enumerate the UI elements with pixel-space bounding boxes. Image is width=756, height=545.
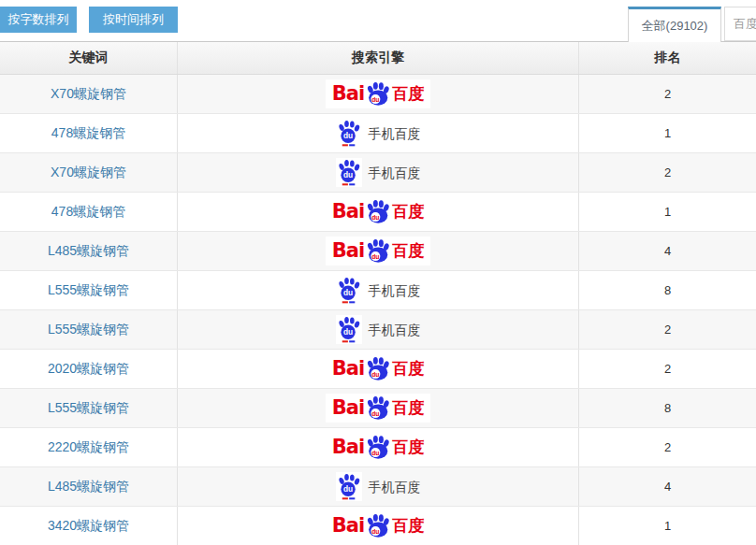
rank-cell: 2 xyxy=(579,428,756,466)
sort-by-words-button[interactable]: 按字数排列 xyxy=(0,7,77,33)
search-engine-cell: du 手机百度 xyxy=(178,153,579,192)
search-engine-cell: du 手机百度 xyxy=(178,271,579,309)
baidu-mobile-logo: du 手机百度 xyxy=(336,315,421,344)
baidu-mobile-label: 手机百度 xyxy=(369,284,421,297)
keyword-link[interactable]: L555螺旋钢管 xyxy=(48,400,129,417)
rank-cell: 8 xyxy=(579,389,756,427)
tab-baidu[interactable]: 百度 xyxy=(724,7,756,41)
search-engine-cell: Bai du 百度 xyxy=(178,193,579,231)
baidu-mobile-icon: du xyxy=(336,472,362,501)
tab-all[interactable]: 全部(29102) xyxy=(628,7,721,42)
keyword-link[interactable]: L485螺旋钢管 xyxy=(48,243,129,260)
rank-value: 2 xyxy=(664,440,671,454)
rank-cell: 2 xyxy=(579,153,756,192)
baidu-mobile-icon: du xyxy=(336,315,362,344)
rank-cell: 8 xyxy=(579,271,756,309)
rank-cell: 2 xyxy=(579,350,756,388)
svg-text:du: du xyxy=(371,410,379,417)
search-engine-cell: Bai du 百度 xyxy=(178,507,579,545)
rank-value: 2 xyxy=(664,87,671,101)
baidu-mobile-logo: du 手机百度 xyxy=(336,472,421,501)
svg-text:du: du xyxy=(342,288,352,297)
rank-value: 1 xyxy=(664,205,671,219)
search-engine-cell: Bai du 百度 xyxy=(178,75,579,113)
baidu-mobile-label: 手机百度 xyxy=(369,127,421,140)
keyword-link[interactable]: X70螺旋钢管 xyxy=(51,86,126,103)
keyword-cell: 2220螺旋钢管 xyxy=(0,428,178,466)
keyword-link[interactable]: 2220螺旋钢管 xyxy=(48,439,129,456)
baidu-paw-icon: du xyxy=(365,395,390,421)
baidu-paw-icon: du xyxy=(365,238,390,264)
keyword-link[interactable]: X70螺旋钢管 xyxy=(51,165,126,181)
svg-text:du: du xyxy=(342,170,352,179)
keyword-cell: L555螺旋钢管 xyxy=(0,271,178,309)
table-row: 3420螺旋钢管 Bai du 百度 1 xyxy=(0,507,756,545)
rank-cell: 2 xyxy=(579,75,756,113)
rank-value: 2 xyxy=(664,362,671,376)
svg-text:du: du xyxy=(342,484,352,494)
svg-text:du: du xyxy=(371,253,379,260)
svg-text:du: du xyxy=(371,528,379,535)
baidu-paw-icon: du xyxy=(365,513,390,538)
table-row: L485螺旋钢管 du 手机百度 xyxy=(0,467,756,507)
table-row: 478螺旋钢管 du 手机百度 xyxy=(0,114,756,153)
baidu-mobile-logo: du 手机百度 xyxy=(336,158,421,187)
baidu-mobile-label: 手机百度 xyxy=(369,480,421,494)
keyword-cell: X70螺旋钢管 xyxy=(0,75,178,113)
keyword-link[interactable]: 478螺旋钢管 xyxy=(51,125,125,142)
keyword-cell: 3420螺旋钢管 xyxy=(0,507,178,545)
keyword-link[interactable]: 3420螺旋钢管 xyxy=(48,518,129,535)
baidu-cn-text: 百度 xyxy=(392,86,424,102)
keyword-cell: X70螺旋钢管 xyxy=(0,153,178,192)
table-row: L485螺旋钢管 Bai du 百度 4 xyxy=(0,232,756,271)
rank-cell: 1 xyxy=(579,507,756,545)
table-row: X70螺旋钢管 Bai du 百度 2 xyxy=(0,75,756,114)
header-search-engine: 搜索引擎 xyxy=(178,42,579,74)
rank-value: 1 xyxy=(664,519,671,533)
baidu-mobile-icon: du xyxy=(336,158,362,187)
table-row: L555螺旋钢管 Bai du 百度 8 xyxy=(0,389,756,428)
table-row: L555螺旋钢管 du 手机百度 xyxy=(0,310,756,350)
rank-cell: 1 xyxy=(579,193,756,231)
baidu-mobile-icon: du xyxy=(336,119,362,148)
baidu-bai-text: Bai xyxy=(332,437,364,457)
baidu-pc-logo: Bai du 百度 xyxy=(326,79,430,108)
keyword-link[interactable]: L485螺旋钢管 xyxy=(48,479,129,495)
rank-value: 2 xyxy=(664,165,671,179)
header-keyword: 关键词 xyxy=(0,42,178,74)
baidu-paw-icon: du xyxy=(365,81,390,107)
rank-value: 2 xyxy=(664,323,671,337)
keyword-rank-table: 关键词 搜索引擎 排名 X70螺旋钢管 Bai du 百度 xyxy=(0,41,756,545)
keyword-link[interactable]: 478螺旋钢管 xyxy=(51,204,125,221)
baidu-mobile-logo: du 手机百度 xyxy=(336,119,421,148)
keyword-link[interactable]: L555螺旋钢管 xyxy=(48,282,129,299)
baidu-cn-text: 百度 xyxy=(392,361,424,377)
baidu-mobile-logo: du 手机百度 xyxy=(336,276,421,305)
keyword-link[interactable]: 2020螺旋钢管 xyxy=(48,361,129,378)
baidu-pc-logo: Bai du 百度 xyxy=(326,197,430,226)
table-row: 2220螺旋钢管 Bai du 百度 2 xyxy=(0,428,756,467)
baidu-cn-text: 百度 xyxy=(392,400,424,416)
baidu-paw-icon: du xyxy=(365,356,390,381)
rank-value: 4 xyxy=(664,244,671,258)
rank-cell: 4 xyxy=(579,232,756,270)
table-row: X70螺旋钢管 du 手机百度 xyxy=(0,153,756,193)
svg-text:du: du xyxy=(342,327,352,337)
keyword-link[interactable]: L555螺旋钢管 xyxy=(48,322,129,338)
baidu-bai-text: Bai xyxy=(332,241,364,261)
keyword-cell: L555螺旋钢管 xyxy=(0,310,178,349)
keyword-cell: L555螺旋钢管 xyxy=(0,389,178,427)
rank-value: 1 xyxy=(664,126,671,140)
rank-cell: 2 xyxy=(579,310,756,349)
keyword-cell: L485螺旋钢管 xyxy=(0,232,178,270)
header-rank: 排名 xyxy=(579,42,756,74)
sort-by-time-button[interactable]: 按时间排列 xyxy=(89,7,178,33)
baidu-cn-text: 百度 xyxy=(392,204,424,220)
rank-cell: 4 xyxy=(579,467,756,506)
search-engine-cell: du 手机百度 xyxy=(178,114,579,152)
table-header-row: 关键词 搜索引擎 排名 xyxy=(0,42,756,75)
table-row: 478螺旋钢管 Bai du 百度 1 xyxy=(0,193,756,232)
baidu-bai-text: Bai xyxy=(332,202,364,222)
baidu-pc-logo: Bai du 百度 xyxy=(326,394,430,423)
table-body: X70螺旋钢管 Bai du 百度 2 xyxy=(0,75,756,545)
